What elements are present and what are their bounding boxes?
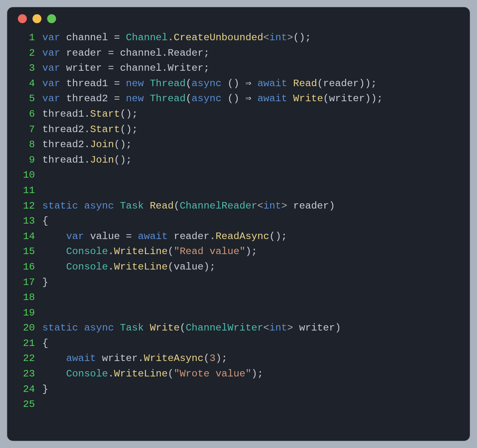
code-token: ( bbox=[323, 93, 329, 104]
code-token: WriteLine bbox=[114, 246, 167, 257]
code-token bbox=[221, 93, 228, 104]
code-token: ); bbox=[245, 246, 257, 257]
zoom-icon[interactable] bbox=[47, 14, 56, 23]
code-line[interactable]: 7thread2.Start(); bbox=[7, 122, 470, 137]
code-content[interactable]: static async Task Write(ChannelWriter<in… bbox=[42, 320, 341, 336]
code-token: )); bbox=[359, 78, 377, 89]
line-number: 13 bbox=[7, 213, 42, 229]
code-line[interactable]: 25 bbox=[7, 397, 470, 412]
code-token bbox=[120, 231, 126, 242]
code-token: Writer bbox=[168, 63, 204, 74]
code-line[interactable]: 3var writer = channel.Writer; bbox=[7, 61, 470, 76]
code-line[interactable]: 8thread2.Join(); bbox=[7, 137, 470, 152]
code-content[interactable]: thread1.Start(); bbox=[42, 107, 138, 122]
code-content[interactable]: { bbox=[42, 213, 48, 229]
code-line[interactable]: 13{ bbox=[7, 213, 470, 229]
code-token: ( bbox=[180, 322, 186, 333]
code-token bbox=[84, 231, 90, 242]
code-content[interactable]: await writer.WriteAsync(3); bbox=[42, 351, 228, 366]
line-number: 16 bbox=[7, 259, 42, 275]
code-token bbox=[108, 32, 114, 43]
code-content[interactable]: var reader = channel.Reader; bbox=[42, 46, 210, 61]
code-line[interactable]: 4var thread1 = new Thread(async () ⇒ awa… bbox=[7, 76, 470, 91]
code-token: ( bbox=[204, 353, 210, 364]
code-token: Read bbox=[150, 200, 174, 211]
code-line[interactable]: 21{ bbox=[7, 336, 470, 351]
code-line[interactable]: 15 Console.WriteLine("Read value"); bbox=[7, 244, 470, 259]
code-token bbox=[287, 78, 293, 89]
code-line[interactable]: 5var thread2 = new Thread(async () ⇒ awa… bbox=[7, 91, 470, 107]
code-token bbox=[102, 48, 108, 59]
code-token: ; bbox=[204, 48, 210, 59]
code-line[interactable]: 9thread1.Join(); bbox=[7, 152, 470, 168]
code-token: ( bbox=[168, 261, 174, 272]
code-token: await bbox=[138, 231, 168, 242]
minimize-icon[interactable] bbox=[33, 14, 41, 23]
code-token: . bbox=[108, 261, 114, 272]
code-line[interactable]: 22 await writer.WriteAsync(3); bbox=[7, 351, 470, 366]
code-line[interactable]: 24} bbox=[7, 382, 470, 397]
close-icon[interactable] bbox=[18, 14, 27, 23]
code-token: var bbox=[66, 231, 84, 242]
code-token: () bbox=[228, 93, 239, 104]
code-line[interactable]: 1var channel = Channel.CreateUnbounded<i… bbox=[7, 30, 470, 46]
code-token: } bbox=[42, 277, 48, 288]
code-token: = bbox=[114, 78, 120, 89]
code-token bbox=[60, 63, 66, 74]
code-line[interactable]: 17} bbox=[7, 275, 470, 290]
code-content[interactable]: Console.WriteLine("Read value"); bbox=[42, 244, 257, 259]
code-token: value bbox=[90, 231, 120, 242]
code-content[interactable]: { bbox=[42, 336, 48, 351]
code-token: thread1 bbox=[42, 154, 84, 165]
code-token: Write bbox=[293, 93, 323, 104]
code-token: "Read value" bbox=[173, 246, 245, 257]
code-content[interactable]: thread2.Join(); bbox=[42, 137, 132, 152]
code-token bbox=[239, 93, 245, 104]
code-token: async bbox=[192, 78, 222, 89]
code-token bbox=[108, 78, 114, 89]
code-line[interactable]: 12static async Task Read(ChannelReader<i… bbox=[7, 198, 470, 214]
code-token bbox=[120, 78, 126, 89]
code-line[interactable]: 18 bbox=[7, 290, 470, 305]
code-token: () bbox=[228, 78, 239, 89]
line-number: 21 bbox=[7, 336, 42, 351]
code-line[interactable]: 16 Console.WriteLine(value); bbox=[7, 259, 470, 275]
line-number: 15 bbox=[7, 244, 42, 259]
code-token: ); bbox=[252, 368, 263, 379]
line-number: 23 bbox=[7, 366, 42, 382]
code-content[interactable]: var channel = Channel.CreateUnbounded<in… bbox=[42, 30, 311, 46]
code-content[interactable]: var thread1 = new Thread(async () ⇒ awai… bbox=[42, 76, 377, 91]
code-line[interactable]: 2var reader = channel.Reader; bbox=[7, 46, 470, 61]
code-token: ChannelWriter bbox=[186, 322, 263, 333]
code-token bbox=[42, 246, 66, 257]
code-content[interactable]: } bbox=[42, 275, 48, 290]
code-token: static bbox=[42, 322, 78, 333]
line-number: 5 bbox=[7, 91, 42, 107]
code-line[interactable]: 20static async Task Write(ChannelWriter<… bbox=[7, 320, 470, 336]
code-content[interactable]: thread1.Join(); bbox=[42, 152, 132, 168]
code-content[interactable]: Console.WriteLine("Wrote value"); bbox=[42, 366, 263, 382]
code-content[interactable]: Console.WriteLine(value); bbox=[42, 259, 215, 275]
code-line[interactable]: 23 Console.WriteLine("Wrote value"); bbox=[7, 366, 470, 382]
code-content[interactable]: } bbox=[42, 382, 48, 397]
code-line[interactable]: 6thread1.Start(); bbox=[7, 107, 470, 122]
code-token: 3 bbox=[210, 353, 216, 364]
code-token: > bbox=[287, 32, 293, 43]
code-content[interactable]: thread2.Start(); bbox=[42, 122, 138, 137]
code-token bbox=[132, 231, 138, 242]
code-token bbox=[114, 63, 120, 74]
code-line[interactable]: 14 var value = await reader.ReadAsync(); bbox=[7, 229, 470, 244]
code-content[interactable]: static async Task Read(ChannelReader<int… bbox=[42, 198, 335, 214]
code-token: ) bbox=[329, 200, 335, 211]
code-line[interactable]: 11 bbox=[7, 183, 470, 198]
code-token: ( bbox=[168, 368, 174, 379]
code-content[interactable]: var value = await reader.ReadAsync(); bbox=[42, 229, 287, 244]
code-content[interactable]: var writer = channel.Writer; bbox=[42, 61, 210, 76]
code-token bbox=[42, 231, 66, 242]
code-line[interactable]: 10 bbox=[7, 167, 470, 183]
code-line[interactable]: 19 bbox=[7, 305, 470, 321]
code-token: writer bbox=[299, 322, 335, 333]
code-editor[interactable]: 1var channel = Channel.CreateUnbounded<i… bbox=[7, 30, 470, 420]
code-content[interactable]: var thread2 = new Thread(async () ⇒ awai… bbox=[42, 91, 383, 107]
code-token: < bbox=[263, 322, 269, 333]
